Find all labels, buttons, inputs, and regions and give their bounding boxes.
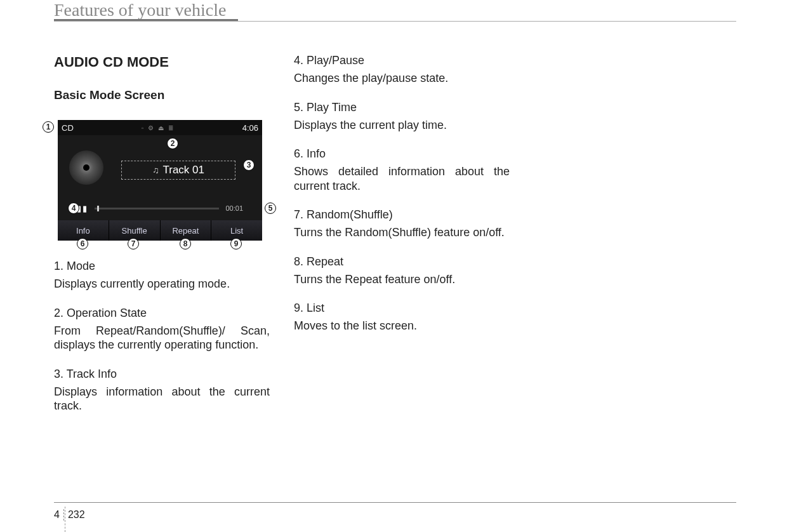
header-rule-long xyxy=(54,21,736,22)
item-body: Displays information about the current t… xyxy=(54,385,270,413)
progress-row: ▮▮ 00:01 xyxy=(77,203,243,214)
item-body: Turns the Repeat feature on/off. xyxy=(294,272,510,287)
item-5: 5. Play Time Displays the current play t… xyxy=(294,101,510,133)
item-head: 1. Mode xyxy=(54,260,270,273)
audio-cd-screenshot: CD ◦ ⚙ ⏏ ≣ 4:06 ♫ Track 01 ▮▮ 00:01 xyxy=(58,120,262,241)
item-9: 9. List Moves to the list screen. xyxy=(294,302,510,333)
item-body: Displays the current play time. xyxy=(294,118,510,133)
footer-rule xyxy=(54,502,736,503)
callout-3: 3 xyxy=(243,159,255,171)
item-1: 1. Mode Displays currently operating mod… xyxy=(54,260,270,291)
callout-2: 2 xyxy=(167,138,178,149)
item-head: 2. Operation State xyxy=(54,307,270,320)
callout-1: 1 xyxy=(43,121,54,133)
column-right: 4. Play/Pause Changes the play/pause sta… xyxy=(294,54,510,429)
subsection-title: Basic Mode Screen xyxy=(54,88,270,102)
item-head: 5. Play Time xyxy=(294,101,510,114)
music-note-icon: ♫ xyxy=(152,165,159,175)
item-body: Shows detailed information about the cur… xyxy=(294,164,510,193)
item-body: Displays currently operating mode. xyxy=(54,277,270,291)
item-4: 4. Play/Pause Changes the play/pause sta… xyxy=(294,54,510,86)
callout-4: 4 xyxy=(68,203,79,214)
item-head: 3. Track Info xyxy=(54,368,270,381)
item-7: 7. Random(Shuffle) Turns the Random(Shuf… xyxy=(294,208,510,240)
elapsed-time: 00:01 xyxy=(225,204,243,212)
progress-bar xyxy=(95,208,219,209)
status-bar: CD ◦ ⚙ ⏏ ≣ 4:06 xyxy=(58,120,262,135)
section-title: AUDIO CD MODE xyxy=(54,54,270,70)
track-area: ♫ Track 01 ▮▮ 00:01 xyxy=(58,135,262,220)
item-head: 6. Info xyxy=(294,147,510,161)
item-body: From Repeat/Random(Shuffle)/ Scan, displ… xyxy=(54,324,270,352)
callout-9: 9 xyxy=(230,238,242,249)
chapter-number: 4 xyxy=(54,509,64,521)
callout-5: 5 xyxy=(265,203,276,214)
track-info-box: ♫ Track 01 xyxy=(121,161,235,180)
shuffle-button[interactable]: Shuffle xyxy=(109,220,161,241)
callout-7: 7 xyxy=(128,238,139,249)
item-head: 4. Play/Pause xyxy=(294,54,510,67)
item-head: 9. List xyxy=(294,302,510,315)
item-head: 8. Repeat xyxy=(294,255,510,269)
item-2: 2. Operation State From Repeat/Random(Sh… xyxy=(54,307,270,352)
item-3: 3. Track Info Displays information about… xyxy=(54,368,270,413)
callout-6: 6 xyxy=(77,238,88,249)
item-body: Turns the Random(Shuffle) feature on/off… xyxy=(294,225,510,240)
mode-indicator: CD xyxy=(62,123,74,133)
item-body: Changes the play/pause state. xyxy=(294,71,510,86)
item-head: 7. Random(Shuffle) xyxy=(294,208,510,222)
item-body: Moves to the list screen. xyxy=(294,319,510,333)
disc-icon xyxy=(69,150,103,185)
column-left: AUDIO CD MODE Basic Mode Screen CD ◦ ⚙ ⏏… xyxy=(54,54,270,429)
clock: 4:06 xyxy=(242,123,258,133)
item-8: 8. Repeat Turns the Repeat feature on/of… xyxy=(294,255,510,287)
screenshot-figure: CD ◦ ⚙ ⏏ ≣ 4:06 ♫ Track 01 ▮▮ 00:01 xyxy=(58,120,270,241)
page-num: 232 xyxy=(68,509,85,521)
bottom-buttons: Info Shuffle Repeat List xyxy=(58,220,262,241)
page-header: Features of your vehicle xyxy=(54,0,736,22)
page-number: 4 232 xyxy=(54,509,85,521)
item-6: 6. Info Shows detailed information about… xyxy=(294,147,510,193)
callout-8: 8 xyxy=(180,238,191,249)
header-title: Features of your vehicle xyxy=(54,0,736,22)
track-label: Track 01 xyxy=(162,164,204,176)
status-icons: ◦ ⚙ ⏏ ≣ xyxy=(142,124,175,131)
content-area: AUDIO CD MODE Basic Mode Screen CD ◦ ⚙ ⏏… xyxy=(54,54,511,429)
